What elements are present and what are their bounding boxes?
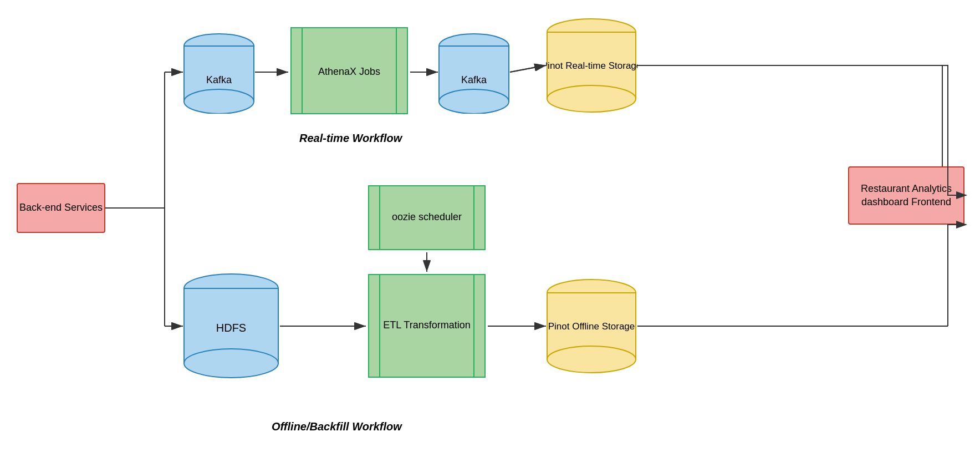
pinot-realtime-cylinder: Pinot Real-time Storage xyxy=(546,17,637,114)
svg-rect-37 xyxy=(474,186,485,250)
svg-rect-25 xyxy=(396,28,407,114)
svg-point-41 xyxy=(184,349,278,378)
oozie-node: oozie scheduler xyxy=(366,183,488,252)
hdfs-cylinder: HDFS xyxy=(183,272,280,380)
svg-text:Kafka: Kafka xyxy=(461,74,487,85)
svg-text:Pinot
Real-time
Storage: Pinot Real-time Storage xyxy=(546,60,637,71)
svg-point-33 xyxy=(547,85,636,112)
kafka1-cylinder: Kafka xyxy=(183,31,255,114)
svg-point-21 xyxy=(184,89,254,114)
pinot-offline-cylinder: Pinot Offline Storage xyxy=(546,277,637,374)
etl-cylinder: ETL Transformation xyxy=(366,272,488,380)
svg-rect-36 xyxy=(369,186,380,250)
pinot-offline-node: Pinot Offline Storage xyxy=(546,277,637,374)
oozie-cylinder: oozie scheduler xyxy=(366,183,488,252)
svg-text:Kafka: Kafka xyxy=(206,74,232,85)
etl-node: ETL Transformation xyxy=(366,272,488,380)
svg-text:AthenaX Jobs: AthenaX Jobs xyxy=(318,66,380,77)
pinot-realtime-node: Pinot Real-time Storage xyxy=(546,17,637,114)
kafka2-cylinder: Kafka xyxy=(438,31,510,114)
athenax-node: AthenaX Jobs xyxy=(288,25,410,116)
svg-text:oozie
scheduler: oozie scheduler xyxy=(392,211,462,222)
svg-text:ETL
Transformation: ETL Transformation xyxy=(383,319,470,331)
svg-rect-45 xyxy=(474,275,485,377)
svg-text:HDFS: HDFS xyxy=(216,322,246,334)
svg-text:Pinot
Offline
Storage: Pinot Offline Storage xyxy=(548,321,635,332)
offline-workflow-label: Offline/Backfill Workflow xyxy=(272,420,402,433)
backend-services-node: Back-end Services xyxy=(17,183,105,233)
architecture-diagram: Back-end Services Kafka AthenaX Jobs Kaf… xyxy=(0,0,980,457)
svg-point-49 xyxy=(547,346,636,373)
realtime-workflow-label: Real-time Workflow xyxy=(299,132,402,145)
svg-line-6 xyxy=(510,65,546,72)
kafka1-node: Kafka xyxy=(183,31,255,114)
svg-rect-24 xyxy=(291,28,302,114)
athenax-cylinder: AthenaX Jobs xyxy=(288,25,410,116)
svg-point-29 xyxy=(439,89,509,114)
kafka2-node: Kafka xyxy=(438,31,510,114)
svg-rect-44 xyxy=(369,275,380,377)
restaurant-analytics-node: Restaurant Analyticsdashboard Frontend xyxy=(848,166,964,225)
restaurant-analytics-label: Restaurant Analyticsdashboard Frontend xyxy=(861,182,952,209)
hdfs-node: HDFS xyxy=(183,272,280,380)
backend-services-label: Back-end Services xyxy=(19,201,103,214)
